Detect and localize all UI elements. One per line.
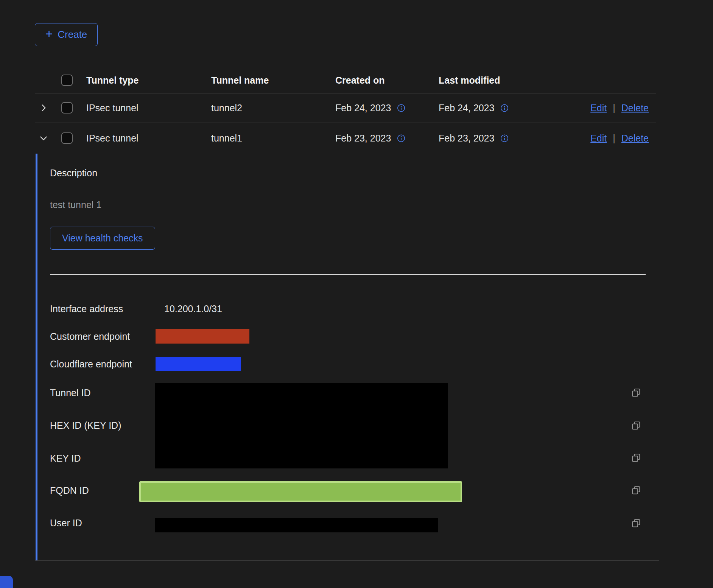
tunnel-type-cell: IPsec tunnel — [86, 133, 139, 144]
action-separator: | — [613, 133, 615, 144]
expanded-row-indicator-bar — [36, 154, 37, 561]
table-bottom-divider — [35, 560, 659, 561]
customer-endpoint-label: Customer endpoint — [50, 331, 130, 342]
copy-fqdn-id-button[interactable] — [630, 485, 642, 496]
column-header-created-on: Created on — [335, 75, 385, 86]
last-modified-value: Feb 24, 2023 — [439, 103, 494, 113]
view-health-checks-button[interactable]: View health checks — [50, 227, 155, 250]
description-value: test tunnel 1 — [50, 199, 101, 210]
edit-link[interactable]: Edit — [590, 103, 607, 114]
copy-key-id-button[interactable] — [630, 453, 642, 464]
description-label: Description — [50, 168, 97, 179]
chevron-right-icon[interactable] — [38, 102, 49, 114]
ids-redacted-block — [155, 383, 448, 468]
info-icon[interactable] — [500, 134, 509, 143]
customer-endpoint-redacted-value — [156, 329, 249, 344]
row-checkbox[interactable] — [61, 102, 73, 114]
chevron-down-icon[interactable] — [38, 132, 49, 144]
info-icon[interactable] — [397, 104, 406, 113]
copy-user-id-button[interactable] — [630, 518, 642, 529]
info-icon[interactable] — [397, 134, 406, 143]
column-header-tunnel-type: Tunnel type — [86, 75, 139, 86]
fqdn-id-redacted-value — [139, 481, 462, 502]
copy-hex-id-button[interactable] — [630, 420, 642, 432]
column-header-tunnel-name: Tunnel name — [211, 75, 269, 86]
last-modified-cell: Feb 23, 2023 — [439, 133, 509, 144]
plus-icon: + — [45, 28, 53, 40]
cloudflare-endpoint-label: Cloudflare endpoint — [50, 358, 132, 370]
created-on-cell: Feb 24, 2023 — [335, 103, 406, 114]
row-checkbox[interactable] — [61, 132, 73, 144]
row-actions: Edit | Delete — [590, 133, 649, 144]
create-button[interactable]: + Create — [35, 23, 98, 46]
last-modified-value: Feb 23, 2023 — [439, 133, 494, 143]
bottom-left-blue-square — [0, 576, 13, 588]
key-id-label: KEY ID — [50, 453, 81, 464]
hex-id-label: HEX ID (KEY ID) — [50, 420, 121, 431]
tunnel-name-cell: tunnel2 — [211, 103, 242, 114]
delete-link[interactable]: Delete — [621, 103, 649, 114]
edit-link[interactable]: Edit — [590, 133, 607, 144]
tunnel-id-label: Tunnel ID — [50, 387, 90, 398]
create-button-label: Create — [58, 29, 87, 40]
delete-link[interactable]: Delete — [621, 133, 649, 144]
column-header-last-modified: Last modified — [439, 75, 500, 86]
row-actions: Edit | Delete — [590, 103, 649, 114]
created-on-value: Feb 24, 2023 — [335, 103, 391, 113]
select-all-checkbox[interactable] — [61, 75, 73, 86]
tunnel-name-cell: tunnel1 — [211, 133, 242, 144]
detail-divider — [50, 274, 646, 275]
user-id-label: User ID — [50, 517, 82, 529]
created-on-value: Feb 23, 2023 — [335, 133, 391, 143]
user-id-redacted-value — [155, 518, 438, 532]
interface-address-value: 10.200.1.0/31 — [164, 303, 222, 314]
table-row: IPsec tunnel tunnel2 Feb 24, 2023 Feb 24… — [35, 93, 656, 123]
fqdn-id-label: FQDN ID — [50, 485, 89, 496]
last-modified-cell: Feb 24, 2023 — [439, 103, 509, 114]
created-on-cell: Feb 23, 2023 — [335, 133, 406, 144]
table-header: Tunnel type Tunnel name Created on Last … — [35, 67, 656, 93]
cloudflare-endpoint-redacted-value — [156, 357, 241, 371]
table-row: IPsec tunnel tunnel1 Feb 23, 2023 Feb 23… — [35, 123, 656, 154]
copy-tunnel-id-button[interactable] — [630, 387, 642, 399]
info-icon[interactable] — [500, 104, 509, 113]
action-separator: | — [613, 103, 615, 114]
tunnel-type-cell: IPsec tunnel — [86, 103, 139, 114]
interface-address-label: Interface address — [50, 303, 123, 314]
